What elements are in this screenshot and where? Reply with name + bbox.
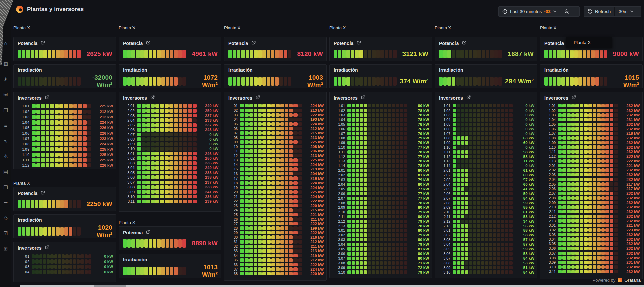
inverter-gauge	[558, 242, 618, 246]
panel-header: Inversores	[544, 95, 576, 101]
panel-title[interactable]: Inversores	[439, 95, 463, 101]
panel-title[interactable]: Inversores	[334, 95, 358, 101]
gauge-cell	[193, 152, 197, 155]
database-icon[interactable]: ⛁	[0, 92, 11, 98]
external-link-icon[interactable]	[256, 95, 260, 101]
inverter-value: 225 kW	[304, 190, 324, 194]
gauge-cell	[46, 104, 50, 109]
graph-icon[interactable]: ∿	[0, 138, 11, 144]
gauge-cell	[360, 192, 363, 196]
external-link-icon[interactable]	[150, 95, 155, 101]
alert-triangle-icon[interactable]: ⚠	[0, 153, 11, 159]
document-icon[interactable]: ▤	[0, 169, 11, 175]
inverter-id: 3.06	[544, 246, 556, 250]
panel-title[interactable]: Inversores	[228, 95, 252, 101]
panel-title[interactable]: Potencia	[123, 41, 143, 46]
layers-icon[interactable]: ≡	[0, 123, 11, 129]
gauge-cell	[392, 229, 395, 232]
external-link-icon[interactable]	[146, 40, 150, 46]
external-link-icon[interactable]	[251, 40, 256, 46]
external-link-icon[interactable]	[361, 95, 365, 101]
panel-title[interactable]: Inversores	[544, 95, 568, 101]
panel-title[interactable]: Irradiación	[334, 67, 358, 73]
sun-icon[interactable]: ☀	[0, 76, 11, 82]
gauge-cell	[127, 267, 131, 275]
inverter-value: 217 kW	[620, 182, 640, 186]
panel-title[interactable]: Potencia	[439, 41, 459, 46]
shopping-cart-icon[interactable]: ⊞	[0, 246, 11, 252]
gauge-cell	[262, 50, 266, 58]
inverter-value: 240 kW	[199, 104, 218, 108]
panel-title[interactable]: Potencia	[544, 41, 564, 46]
row-title[interactable]: Planta X	[224, 25, 240, 30]
panel-title[interactable]: Irradiación	[18, 67, 42, 73]
dashboard-column: Planta XPotencia4961 kWIrradiación1072 W…	[119, 0, 221, 284]
gauge-cell	[262, 222, 266, 226]
panel-title[interactable]: Irradiación	[439, 67, 463, 73]
gauge-cell	[359, 77, 363, 86]
row-title[interactable]: Planta X	[13, 25, 30, 30]
external-link-icon[interactable]	[357, 40, 361, 46]
external-link-icon[interactable]	[45, 245, 49, 251]
gauge-cell	[392, 104, 395, 108]
panel-title[interactable]: Inversores	[18, 95, 42, 101]
check-square-icon[interactable]: ☑	[0, 230, 11, 236]
gauge-cell	[347, 224, 351, 228]
inverter-row: 3.09231 kW	[544, 260, 640, 265]
row-title[interactable]: Planta X	[329, 25, 346, 30]
panel-title[interactable]: Irradiación	[18, 217, 42, 223]
row-title[interactable]: Planta X	[119, 25, 135, 30]
gauge-cell	[477, 233, 480, 237]
row-title[interactable]: Planta X	[119, 220, 135, 225]
external-link-icon[interactable]	[146, 230, 150, 236]
gauge-cell	[87, 163, 91, 168]
inverter-gauge	[240, 213, 302, 217]
panel-title[interactable]: Inversores	[18, 245, 42, 251]
gauge-cell	[597, 104, 601, 108]
grafana-brand-text[interactable]: Grafana	[624, 278, 641, 283]
external-link-icon[interactable]	[41, 190, 45, 196]
panel-title[interactable]: Potencia	[334, 41, 353, 46]
gauge-cell	[262, 186, 266, 189]
gauge-cell	[497, 169, 500, 172]
row-title[interactable]: Planta X	[13, 181, 30, 186]
gauge-cell	[384, 141, 387, 145]
gauge-cell	[165, 185, 169, 189]
gauge-cell	[588, 233, 592, 237]
row-title[interactable]: Planta X	[540, 25, 556, 30]
gauge-cell	[240, 113, 244, 117]
external-link-icon[interactable]	[572, 95, 576, 101]
gauge-cell	[601, 228, 605, 232]
gauge-cell	[575, 237, 579, 241]
gauge-cell	[55, 153, 59, 157]
list-icon[interactable]: ☰	[0, 200, 11, 206]
gauge-cell	[262, 136, 266, 139]
external-link-icon[interactable]	[462, 40, 466, 46]
gauge-cell	[372, 150, 375, 154]
gauge-cell	[69, 136, 73, 141]
panel-title[interactable]: Irradiación	[544, 67, 569, 73]
gauge-cell	[380, 201, 383, 205]
panel-title[interactable]: Irradiación	[123, 67, 147, 73]
panel-title[interactable]: Potencia	[123, 230, 143, 235]
external-link-icon[interactable]	[45, 95, 49, 101]
row-title[interactable]: Planta X	[435, 25, 451, 30]
archive-icon[interactable]: ❐	[0, 107, 11, 113]
gauge-cell	[497, 150, 500, 154]
panel-title[interactable]: Potencia	[228, 41, 248, 46]
external-link-icon[interactable]	[466, 95, 471, 101]
gauge-cell	[55, 120, 59, 125]
gauge-cell	[179, 185, 183, 189]
clipboard-icon[interactable]: ❏	[0, 184, 11, 190]
panel-title[interactable]: Irradiación	[228, 67, 253, 73]
gauge-cell	[584, 141, 588, 145]
tag-icon[interactable]: ◇	[0, 215, 11, 221]
panel-title[interactable]: Potencia	[18, 41, 37, 46]
inverter-id: 02	[17, 260, 29, 264]
panel-title[interactable]: Inversores	[123, 95, 147, 101]
panel-title[interactable]: Potencia	[18, 191, 37, 196]
external-link-icon[interactable]	[41, 40, 45, 46]
gauge-cell	[137, 133, 141, 136]
panel-title[interactable]: Irradiación	[123, 257, 147, 262]
inverter-id: 3.05	[122, 171, 135, 175]
